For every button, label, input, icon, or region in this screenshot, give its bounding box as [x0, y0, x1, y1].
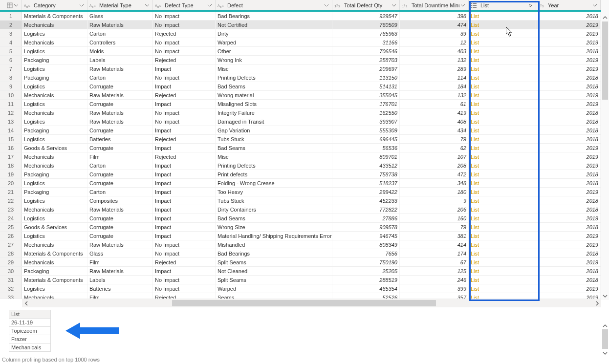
cell-material-type[interactable]: Corrugate: [87, 82, 153, 90]
cell-category[interactable]: Mechanicals: [22, 91, 87, 99]
col-header-material-type[interactable]: ABC Material Type: [87, 0, 153, 10]
cell-year[interactable]: 2018: [536, 47, 601, 55]
cell-qty[interactable]: 433512: [332, 161, 400, 170]
list-link[interactable]: List: [471, 22, 479, 28]
table-row[interactable]: 23MechanicalsRaw MaterialsImpactDirty Co…: [0, 205, 601, 214]
cell-year[interactable]: 2018: [536, 117, 601, 126]
cell-year[interactable]: 2019: [536, 293, 601, 299]
table-row[interactable]: 29MechanicalsFilmRejectedSplit Seams7501…: [0, 258, 601, 267]
cell-material-type[interactable]: Carton: [87, 73, 153, 82]
preview-item[interactable]: Mechanicals: [9, 343, 51, 352]
cell-category[interactable]: Logistics: [22, 47, 87, 55]
table-options-button[interactable]: [0, 0, 22, 10]
row-number[interactable]: 23: [0, 205, 22, 214]
cell-defect-type[interactable]: No Impact: [153, 117, 216, 126]
cell-year[interactable]: 2018: [536, 223, 601, 231]
cell-material-type[interactable]: Batteries: [87, 284, 153, 293]
cell-defect[interactable]: Gap Variation: [216, 126, 332, 134]
cell-defect-type[interactable]: Impact: [153, 223, 216, 231]
row-number[interactable]: 31: [0, 276, 22, 284]
cell-qty[interactable]: 25205: [332, 267, 400, 275]
cell-list[interactable]: List: [469, 73, 536, 82]
cell-qty[interactable]: 696445: [332, 135, 400, 143]
cell-downtime[interactable]: 9: [400, 196, 469, 205]
row-number[interactable]: 24: [0, 214, 22, 222]
table-row[interactable]: 9LogisticsCorrugateImpactBad Seams514131…: [0, 82, 601, 91]
cell-year[interactable]: 2019: [536, 56, 601, 64]
cell-defect[interactable]: Bad Seams: [216, 82, 332, 90]
table-row[interactable]: 12MechanicalsRaw MaterialsNo ImpactInteg…: [0, 108, 601, 117]
cell-material-type[interactable]: Carton: [87, 29, 153, 38]
cell-qty[interactable]: 162550: [332, 108, 400, 117]
cell-category[interactable]: Logistics: [22, 64, 87, 73]
scroll-track[interactable]: [30, 299, 593, 307]
scroll-thumb[interactable]: [602, 329, 608, 349]
table-row[interactable]: 13LogisticsRaw MaterialsNo ImpactDamaged…: [0, 117, 601, 126]
cell-defect-type[interactable]: Impact: [153, 64, 216, 73]
row-number[interactable]: 25: [0, 223, 22, 231]
cell-material-type[interactable]: Labels: [87, 56, 153, 64]
list-link[interactable]: List: [471, 233, 479, 239]
cell-downtime[interactable]: 61: [400, 100, 469, 108]
cell-defect[interactable]: Bad Seams: [216, 214, 332, 222]
table-row[interactable]: 26LogisticsCorrugateImpactMaterial Handl…: [0, 232, 601, 240]
cell-category[interactable]: Logistics: [22, 117, 87, 126]
list-link[interactable]: List: [471, 242, 479, 248]
cell-year[interactable]: 2019: [536, 144, 601, 152]
cell-downtime[interactable]: 399: [400, 284, 469, 293]
table-row[interactable]: 25Goods & ServicesCorrugateImpactWrong S…: [0, 223, 601, 232]
cell-year[interactable]: 2018: [536, 82, 601, 90]
scroll-down-arrow-icon[interactable]: [601, 292, 609, 300]
row-number[interactable]: 21: [0, 188, 22, 196]
cell-material-type[interactable]: Corrugate: [87, 144, 153, 152]
cell-list[interactable]: List: [469, 161, 536, 170]
cell-defect[interactable]: Dirty Containers: [216, 205, 332, 214]
cell-list[interactable]: List: [469, 56, 536, 64]
filter-button[interactable]: [323, 2, 330, 9]
cell-material-type[interactable]: Corrugate: [87, 179, 153, 187]
cell-defect[interactable]: Wrong Ink: [216, 56, 332, 64]
cell-qty[interactable]: 808349: [332, 240, 400, 249]
cell-qty[interactable]: 27886: [332, 214, 400, 222]
list-link[interactable]: List: [471, 286, 479, 292]
cell-year[interactable]: 2018: [536, 249, 601, 257]
row-number[interactable]: 4: [0, 38, 22, 46]
cell-defect[interactable]: Wrong Size: [216, 223, 332, 231]
vertical-scrollbar[interactable]: [601, 0, 609, 300]
list-link[interactable]: List: [471, 268, 479, 274]
cell-year[interactable]: 2018: [536, 73, 601, 82]
row-number[interactable]: 13: [0, 117, 22, 126]
list-link[interactable]: List: [471, 119, 479, 125]
cell-defect[interactable]: Material Handling/ Shipping Requirements…: [216, 232, 332, 240]
cell-defect[interactable]: Split Seams: [216, 276, 332, 284]
col-header-list[interactable]: List: [469, 0, 536, 10]
cell-category[interactable]: Logistics: [22, 179, 87, 187]
cell-category[interactable]: Packaging: [22, 188, 87, 196]
row-number[interactable]: 16: [0, 144, 22, 152]
cell-qty[interactable]: 56536: [332, 144, 400, 152]
cell-category[interactable]: Logistics: [22, 196, 87, 205]
cell-list[interactable]: List: [469, 240, 536, 249]
cell-defect-type[interactable]: No Impact: [153, 240, 216, 249]
cell-qty[interactable]: 760509: [332, 21, 400, 29]
cell-material-type[interactable]: Raw Materials: [87, 91, 153, 99]
cell-downtime[interactable]: 434: [400, 126, 469, 134]
cell-defect-type[interactable]: Impact: [153, 170, 216, 178]
cell-downtime[interactable]: 381: [400, 232, 469, 240]
cell-year[interactable]: 2018: [536, 170, 601, 178]
cell-year[interactable]: 2018: [536, 196, 601, 205]
cell-defect-type[interactable]: No Impact: [153, 21, 216, 29]
cell-defect[interactable]: Misaligned Slots: [216, 100, 332, 108]
expand-button[interactable]: [527, 2, 534, 9]
preview-item[interactable]: Topiczoom: [9, 327, 51, 335]
row-number[interactable]: 26: [0, 232, 22, 240]
cell-qty[interactable]: 909578: [332, 223, 400, 231]
list-link[interactable]: List: [471, 66, 479, 72]
row-number[interactable]: 19: [0, 170, 22, 178]
row-number[interactable]: 29: [0, 258, 22, 266]
cell-year[interactable]: 2019: [536, 29, 601, 38]
cell-category[interactable]: Mechanicals: [22, 38, 87, 46]
list-link[interactable]: List: [471, 128, 479, 133]
filter-button[interactable]: [591, 2, 598, 9]
cell-list[interactable]: List: [469, 29, 536, 38]
